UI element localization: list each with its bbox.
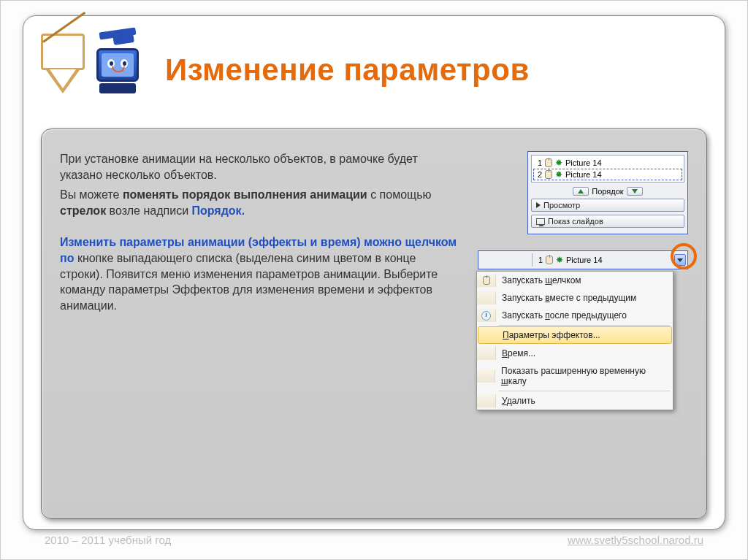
effect-icon: ✸: [555, 158, 562, 168]
screen-icon: [536, 218, 545, 225]
mouse-icon: [546, 256, 553, 264]
mouse-icon: [545, 170, 552, 179]
highlight-circle: [671, 243, 697, 269]
para-3: Изменить параметры анимации (эффекты и в…: [60, 234, 462, 313]
animation-list: 1 ✸ Picture 14 2 ✸ Picture 14: [531, 155, 684, 183]
move-up-button[interactable]: [573, 187, 589, 196]
animation-order-panel: 1 ✸ Picture 14 2 ✸ Picture 14 Порядок: [527, 151, 688, 234]
footer-link[interactable]: www.svetly5school.narod.ru: [568, 534, 703, 546]
clipart-teacher-computer: [37, 30, 147, 110]
footer-year: 2010 – 2011 учебный год: [45, 534, 171, 546]
animation-row-selected[interactable]: 2 ✸ Picture 14: [533, 169, 682, 180]
context-menu-panel: 1 ✸ Picture 14 Запускать щелчком Запуска…: [476, 271, 688, 410]
menu-show-timeline[interactable]: Показать расширенную временную шкалу: [477, 362, 673, 390]
preview-button[interactable]: Просмотр: [531, 199, 684, 212]
menu-delete[interactable]: Удалить: [477, 392, 673, 410]
slide-title: Изменение параметров: [165, 53, 530, 88]
effect-icon: ✸: [555, 169, 562, 180]
para-2: Вы можете поменять порядок выполнения ан…: [60, 187, 462, 218]
slideshow-button[interactable]: Показ слайдов: [531, 215, 684, 228]
play-icon: [536, 201, 541, 210]
body-text: При установке анимации на несколько объе…: [60, 151, 462, 496]
animation-row[interactable]: 1 ✸ Picture 14: [533, 157, 682, 169]
menu-start-on-click[interactable]: Запускать щелчком: [477, 272, 673, 289]
screenshots-column: 1 ✸ Picture 14 2 ✸ Picture 14 Порядок: [476, 151, 688, 496]
menu-start-with-previous[interactable]: Запускать вместе с предыдущим: [477, 289, 673, 307]
footer: 2010 – 2011 учебный год www.svetly5schoo…: [45, 534, 703, 546]
menu-timing[interactable]: Время...: [477, 345, 673, 362]
move-down-button[interactable]: [627, 187, 643, 196]
mouse-icon: [483, 276, 490, 285]
effect-icon: ✸: [556, 255, 563, 265]
animation-row-strip: 1 ✸ Picture 14: [478, 250, 688, 269]
order-label: Порядок: [592, 187, 623, 196]
animation-row[interactable]: 1 ✸ Picture 14: [534, 254, 673, 266]
clock-icon: [481, 311, 491, 321]
mouse-icon: [545, 158, 552, 167]
menu-effect-options[interactable]: Параметры эффектов...: [478, 326, 672, 344]
menu-start-after-previous[interactable]: Запускать после предыдущего: [477, 307, 673, 324]
context-menu: Запускать щелчком Запускать вместе с пре…: [476, 271, 673, 410]
para-1: При установке анимации на несколько объе…: [60, 151, 462, 183]
header: Изменение параметров: [37, 26, 711, 114]
content-box: При установке анимации на несколько объе…: [41, 129, 707, 519]
